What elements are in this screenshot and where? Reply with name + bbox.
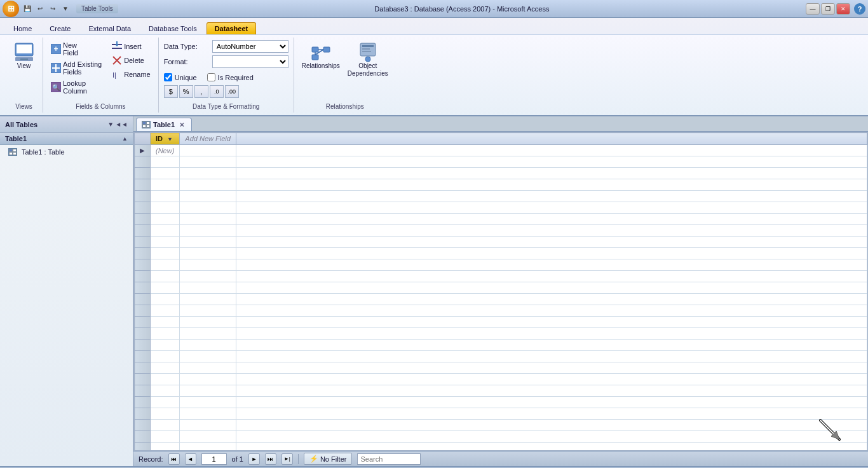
delete-button[interactable]: Delete <box>109 54 153 67</box>
lookup-column-button[interactable]: 🔍 LookupColumn <box>48 78 104 96</box>
search-input[interactable] <box>357 453 421 465</box>
decimal-decrease-btn[interactable]: .00 <box>225 85 239 98</box>
empty-row-id[interactable] <box>151 214 180 225</box>
empty-row-new-field[interactable] <box>180 248 236 259</box>
empty-row-id[interactable] <box>151 397 180 408</box>
last-record-button[interactable]: ⏭ <box>265 453 276 465</box>
prev-record-button[interactable]: ◄ <box>185 453 196 465</box>
empty-row-new-field[interactable] <box>180 237 236 248</box>
office-logo[interactable]: ⊞ <box>3 1 19 17</box>
new-record-button[interactable]: ►| <box>281 453 293 465</box>
percent-format-btn[interactable]: % <box>179 85 193 98</box>
empty-row-new-field[interactable] <box>180 156 236 168</box>
empty-row-new-field[interactable] <box>180 362 236 374</box>
id-column-sort-icon[interactable]: ▼ <box>167 136 173 142</box>
close-button[interactable]: ✕ <box>836 3 850 15</box>
empty-row-new-field[interactable] <box>180 259 236 271</box>
empty-row-id[interactable] <box>151 168 180 179</box>
empty-row-new-field[interactable] <box>180 282 236 294</box>
empty-row-new-field[interactable] <box>180 385 236 397</box>
rename-button[interactable]: Ⅰ| Rename <box>109 68 153 81</box>
unique-checkbox[interactable] <box>164 73 172 81</box>
empty-row-new-field[interactable] <box>180 340 236 351</box>
restore-button[interactable]: ❐ <box>821 3 835 15</box>
empty-row-id[interactable] <box>151 340 180 351</box>
empty-row-id[interactable] <box>151 420 180 431</box>
empty-row-new-field[interactable] <box>180 294 236 305</box>
insert-button[interactable]: Insert <box>109 40 153 53</box>
empty-row-new-field[interactable] <box>180 168 236 179</box>
empty-row-new-field[interactable] <box>180 225 236 237</box>
new-row-new-field-cell[interactable] <box>180 145 236 156</box>
empty-row-id[interactable] <box>151 179 180 191</box>
empty-row-id[interactable] <box>151 328 180 340</box>
view-button[interactable]: View <box>11 40 37 72</box>
empty-row-new-field[interactable] <box>180 431 236 443</box>
tab-external-data[interactable]: External Data <box>80 22 139 34</box>
empty-row-id[interactable] <box>151 443 180 451</box>
empty-row-id[interactable] <box>151 225 180 237</box>
add-new-field-header[interactable]: Add New Field <box>180 133 236 145</box>
empty-row-new-field[interactable] <box>180 374 236 385</box>
undo-quick-btn[interactable]: ↩ <box>34 3 46 15</box>
empty-row-id[interactable] <box>151 202 180 214</box>
empty-row-id[interactable] <box>151 431 180 443</box>
empty-row-new-field[interactable] <box>180 214 236 225</box>
empty-row-new-field[interactable] <box>180 397 236 408</box>
minimize-button[interactable]: — <box>806 3 820 15</box>
add-existing-fields-button[interactable]: Add ExistingFields <box>48 59 104 77</box>
empty-row-new-field[interactable] <box>180 191 236 202</box>
content-tab-table1[interactable]: Table1 ✕ <box>136 118 192 131</box>
no-filter-button[interactable]: ⚡ No Filter <box>304 453 353 465</box>
redo-quick-btn[interactable]: ↪ <box>47 3 58 15</box>
empty-row-id[interactable] <box>151 156 180 168</box>
empty-row-new-field[interactable] <box>180 305 236 317</box>
customize-quick-btn[interactable]: ▼ <box>60 3 71 15</box>
new-field-button[interactable]: + NewField <box>48 40 104 58</box>
empty-row-id[interactable] <box>151 259 180 271</box>
empty-row-id[interactable] <box>151 237 180 248</box>
empty-row-id[interactable] <box>151 408 180 420</box>
decimal-increase-btn[interactable]: .0 <box>210 85 224 98</box>
empty-row-new-field[interactable] <box>180 351 236 362</box>
empty-row-new-field[interactable] <box>180 443 236 451</box>
data-type-select[interactable]: AutoNumber Text Number Date/Time Currenc… <box>212 40 288 53</box>
empty-row-new-field[interactable] <box>180 271 236 282</box>
empty-row-id[interactable] <box>151 191 180 202</box>
tab-home[interactable]: Home <box>5 22 40 34</box>
empty-row-id[interactable] <box>151 271 180 282</box>
datasheet-container[interactable]: ID ▼ Add New Field ▶ (New) <box>133 132 868 451</box>
empty-row-id[interactable] <box>151 305 180 317</box>
dollar-format-btn[interactable]: $ <box>164 85 178 98</box>
id-column-header[interactable]: ID ▼ <box>151 133 180 145</box>
next-record-button[interactable]: ► <box>248 453 260 465</box>
save-quick-btn[interactable]: 💾 <box>22 3 33 15</box>
object-dependencies-button[interactable]: ObjectDependencies <box>345 40 391 79</box>
empty-row-id[interactable] <box>151 374 180 385</box>
comma-format-btn[interactable]: , <box>194 85 208 98</box>
help-icon[interactable]: ? <box>854 3 865 15</box>
is-required-checkbox[interactable] <box>207 73 215 81</box>
empty-row-new-field[interactable] <box>180 328 236 340</box>
new-row-id-cell[interactable]: (New) <box>151 145 180 156</box>
tab-datasheet[interactable]: Datasheet <box>207 22 257 34</box>
format-select[interactable] <box>212 55 288 68</box>
empty-row-new-field[interactable] <box>180 179 236 191</box>
tab-database-tools[interactable]: Database Tools <box>140 22 205 34</box>
first-record-button[interactable]: ⏮ <box>168 453 180 465</box>
nav-pane-toggle-btn[interactable]: ◄◄ <box>115 121 128 128</box>
nav-section-table1[interactable]: Table1 ▲ <box>0 133 133 145</box>
nav-item-table1[interactable]: Table1 : Table <box>0 145 133 159</box>
empty-row-new-field[interactable] <box>180 420 236 431</box>
tab-close-button[interactable]: ✕ <box>177 120 186 129</box>
empty-row-new-field[interactable] <box>180 317 236 328</box>
empty-row-new-field[interactable] <box>180 202 236 214</box>
empty-row-id[interactable] <box>151 362 180 374</box>
record-number-input[interactable] <box>201 453 227 465</box>
empty-row-id[interactable] <box>151 385 180 397</box>
empty-row-id[interactable] <box>151 248 180 259</box>
tab-create[interactable]: Create <box>41 22 79 34</box>
empty-row-id[interactable] <box>151 317 180 328</box>
empty-row-id[interactable] <box>151 294 180 305</box>
empty-row-new-field[interactable] <box>180 408 236 420</box>
